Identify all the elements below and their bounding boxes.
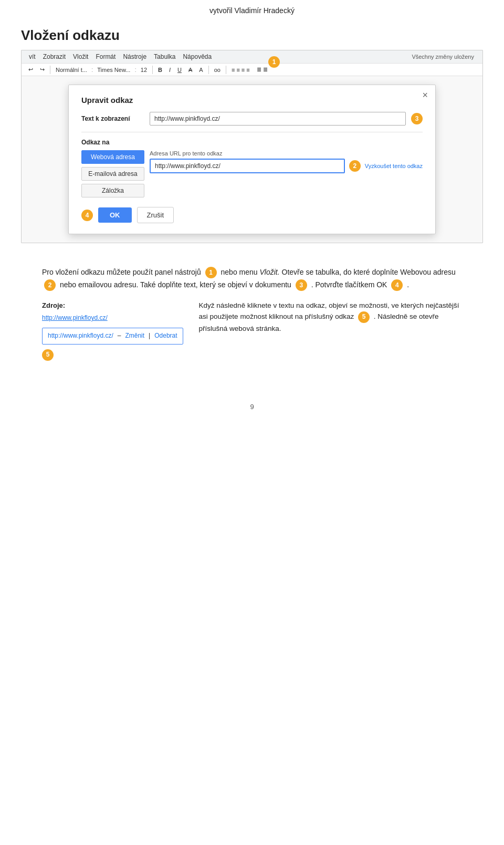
source-link-box: http://www.pinkfloyd.cz/ – Změnit | Odeb…: [42, 328, 183, 345]
source-left: Zdroje: http://www.pinkfloyd.cz/ http://…: [42, 300, 183, 361]
toolbar-divider-2: [152, 66, 153, 74]
cancel-button[interactable]: Zrušit: [137, 207, 174, 223]
badge-5-source: 5: [42, 349, 54, 361]
badge-3-para: 3: [296, 279, 307, 291]
try-link-button[interactable]: Vyzkoušet tento odkaz: [365, 163, 423, 169]
content-area: Pro vložení odkazu můžete použít panel n…: [21, 256, 483, 382]
source-change-link[interactable]: Změnit: [125, 331, 144, 341]
font-style-selector[interactable]: Normální t...: [53, 66, 90, 74]
page-header: vytvořil Vladimír Hradecký: [21, 0, 483, 18]
source-remove-link[interactable]: Odebrat: [154, 331, 177, 341]
paragraph-1: Pro vložení odkazu můžete použít panel n…: [42, 266, 462, 291]
text-display-input[interactable]: [150, 112, 406, 126]
badge-1: 1: [268, 56, 280, 68]
dialog-title: Upravit odkaz: [81, 96, 423, 105]
source-separator: –: [118, 331, 121, 341]
header-author: vytvořil Vladimír Hradecký: [209, 6, 295, 15]
font-color-button[interactable]: A: [196, 66, 205, 74]
source-label: Zdroje:: [42, 300, 183, 311]
link-type-email[interactable]: E-mailová adresa: [81, 167, 144, 181]
menu-item-zobrazit[interactable]: Zobrazit: [40, 51, 69, 62]
source-pipe: |: [149, 331, 150, 341]
dialog-overlay: × Upravit odkaz Text k zobrazení 3 Odkaz…: [22, 76, 482, 243]
dialog-footer: 4 OK Zrušit: [81, 207, 423, 223]
toolbar: ↩ ↪ Normální t... : Times New... : 12 B …: [22, 64, 482, 76]
para1-text-before: Pro vložení odkazu můžete použít panel n…: [42, 268, 201, 276]
para2-dot: .: [407, 280, 409, 289]
page-container: vytvořil Vladimír Hradecký Vložení odkaz…: [0, 0, 504, 845]
link-type-web[interactable]: Webová adresa: [81, 150, 144, 164]
source-url[interactable]: http://www.pinkfloyd.cz/: [42, 313, 183, 324]
strikethrough-button[interactable]: A: [186, 66, 195, 74]
menu-item-nastroje[interactable]: Nástroje: [120, 51, 150, 62]
source-link-text[interactable]: http://www.pinkfloyd.cz/: [48, 331, 113, 341]
link-type-list: Webová adresa E-mailová adresa Záložka: [81, 150, 150, 197]
url-section: Adresa URL pro tento odkaz 2 Vyzkoušet t…: [150, 150, 423, 197]
toolbar-sep-2: :: [134, 66, 136, 74]
link-type-bookmark[interactable]: Záložka: [81, 184, 144, 197]
link-button[interactable]: oo: [212, 66, 223, 74]
badge-4-para: 4: [391, 279, 403, 291]
docs-simulation: vít Zobrazit Vložit Formát Nástroje Tabu…: [21, 50, 483, 243]
text-display-row: Text k zobrazení 3: [81, 112, 423, 126]
autosave-status: Všechny změny uloženy: [412, 54, 474, 60]
toolbar-divider-4: [226, 66, 226, 74]
align-buttons[interactable]: ≡ ≡ ≡ ≡: [229, 66, 253, 74]
dialog-close-button[interactable]: ×: [422, 90, 428, 100]
badge-5-right: 5: [358, 311, 370, 323]
source-right: Když následně kliknete v textu na odkaz,…: [199, 300, 462, 335]
text-display-label: Text k zobrazení: [81, 115, 144, 122]
para2-after: nebo emailovou adresu. Také doplňte text…: [60, 280, 291, 289]
link-on-section: Webová adresa E-mailová adresa Záložka A…: [81, 150, 423, 197]
font-size-selector[interactable]: 12: [138, 66, 150, 74]
font-name-selector[interactable]: Times New...: [94, 66, 133, 74]
para1-middle: nebo menu: [221, 268, 258, 276]
para2-text-before: Otevře se tabulka, do které doplníte Web…: [282, 268, 456, 276]
menu-item-napoveda[interactable]: Nápověda: [180, 51, 215, 62]
redo-button[interactable]: ↪: [37, 65, 47, 74]
undo-button[interactable]: ↩: [26, 65, 36, 74]
badge-4: 4: [81, 210, 93, 221]
para2-end: . Potvrďte tlačítkem OK: [311, 280, 387, 289]
section-separator: [81, 132, 423, 132]
toolbar-sep-1: :: [91, 66, 93, 74]
menu-item-vlozit[interactable]: Vložit: [70, 51, 91, 62]
badge-3: 3: [411, 113, 423, 124]
toolbar-divider-3: [208, 66, 209, 74]
bold-button[interactable]: B: [155, 66, 165, 74]
section-title: Vložení odkazu: [21, 27, 483, 44]
source-section: Zdroje: http://www.pinkfloyd.cz/ http://…: [42, 300, 462, 361]
badge-2: 2: [349, 160, 361, 172]
dialog-box: × Upravit odkaz Text k zobrazení 3 Odkaz…: [68, 85, 436, 234]
url-label: Adresa URL pro tento odkaz: [150, 150, 423, 157]
para1-italic: Vložit.: [259, 268, 279, 276]
link-on-label: Odkaz na: [81, 139, 423, 146]
menu-item-tabulka[interactable]: Tabulka: [151, 51, 178, 62]
toolbar-divider-1: [50, 66, 50, 74]
underline-button[interactable]: U: [175, 66, 184, 74]
menu-item-format[interactable]: Formát: [92, 51, 119, 62]
url-input-row: 2 Vyzkoušet tento odkaz: [150, 159, 423, 173]
menu-bar: vít Zobrazit Vložit Formát Nástroje Tabu…: [22, 50, 482, 64]
badge-1-para: 1: [205, 267, 217, 278]
ok-button[interactable]: OK: [98, 207, 132, 223]
page-number: 9: [21, 403, 483, 421]
url-input[interactable]: [150, 159, 345, 173]
badge-2-para: 2: [44, 279, 56, 291]
italic-button[interactable]: I: [166, 66, 173, 74]
menu-item-vit[interactable]: vít: [26, 51, 39, 62]
